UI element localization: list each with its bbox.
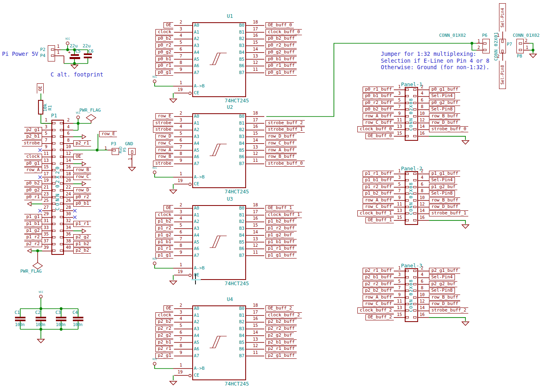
net-label[interactable]: p0_g1	[24, 161, 42, 167]
gnd-symbol[interactable]	[128, 167, 136, 172]
net-label[interactable]: p0_r2_buff	[363, 100, 394, 106]
net-label[interactable]: OE_buff_0	[266, 22, 294, 28]
net-label[interactable]: p2_g2_buf	[266, 333, 294, 339]
gnd-symbol[interactable]	[169, 381, 177, 386]
cap-plate[interactable]	[56, 320, 66, 321]
net-label[interactable]: strobe_buff_2	[266, 120, 305, 126]
vcc-symbol[interactable]	[76, 115, 80, 119]
gnd-symbol[interactable]	[70, 64, 79, 69]
net-label[interactable]: p2_g2_buf	[429, 281, 457, 287]
net-label[interactable]: strobe_buff_1	[266, 127, 305, 133]
gnd-symbol[interactable]	[461, 224, 469, 229]
net-label[interactable]: clock_buff_0	[266, 29, 302, 35]
connector-p8[interactable]	[516, 39, 524, 53]
net-label[interactable]: strobe_buff_0	[266, 161, 305, 167]
net-label[interactable]: p2_b2_buff	[266, 319, 297, 325]
vcc-symbol[interactable]	[66, 41, 70, 45]
net-label[interactable]: p0_b1	[73, 201, 91, 207]
net-label[interactable]: p0_b1_buff	[363, 93, 394, 99]
net-label[interactable]: p2_g2	[73, 234, 91, 240]
net-label[interactable]: clock_buff_1	[357, 210, 394, 216]
net-label[interactable]: row_B	[73, 167, 91, 173]
gnd-arrow-left[interactable]	[27, 201, 32, 206]
net-label[interactable]: row_E	[155, 113, 173, 119]
cap-plate[interactable]	[73, 317, 83, 318]
gnd-symbol[interactable]	[461, 140, 469, 145]
gnd-symbol[interactable]	[529, 53, 537, 58]
gnd-arrow-left[interactable]	[27, 248, 32, 253]
net-label[interactable]: row_C_buff	[363, 120, 394, 126]
net-label[interactable]: p1_b2	[73, 241, 91, 247]
net-label[interactable]: Sel-Pin8	[429, 288, 455, 294]
net-label[interactable]: row_B_buff	[266, 154, 297, 160]
net-label[interactable]: row_A_buff	[363, 197, 394, 203]
gnd-arrow-right[interactable]	[82, 181, 86, 186]
net-label[interactable]: p1_b1	[24, 221, 42, 227]
net-label[interactable]: Sel-Pin4	[429, 177, 455, 183]
net-label[interactable]: row_D_buff	[266, 133, 297, 140]
net-label[interactable]: row_D	[155, 133, 173, 140]
net-label[interactable]: Sel-Pin4	[429, 274, 455, 280]
cap-plate[interactable]	[15, 317, 25, 318]
net-label[interactable]: row_D_buff	[429, 120, 460, 126]
net-label[interactable]: p0_r1_buff	[266, 63, 297, 69]
connector-p2p4[interactable]	[48, 45, 55, 61]
net-label[interactable]: Sel-Pin4	[429, 93, 455, 99]
net-label[interactable]: p2_r2	[24, 241, 42, 247]
net-label[interactable]: strobe_buff_1	[429, 210, 468, 216]
net-label[interactable]: strobe	[153, 127, 173, 133]
vcc-symbol[interactable]	[153, 362, 157, 366]
net-label[interactable]: OE	[164, 22, 173, 28]
net-label[interactable]: row_A_buff	[363, 113, 394, 119]
net-label[interactable]: row_A	[24, 167, 42, 173]
net-label[interactable]: p2_r1_buff	[266, 346, 297, 352]
net-label[interactable]: p2_b2	[73, 248, 91, 254]
net-label-selpin8[interactable]: Sel-Pin8	[499, 61, 506, 89]
net-label[interactable]: p1_b1_buff	[363, 177, 394, 183]
net-label[interactable]: p0_g1	[155, 70, 173, 76]
gnd-arrow-right[interactable]	[82, 229, 86, 233]
net-label[interactable]: strobe	[22, 140, 42, 146]
net-label[interactable]: p0_g2	[24, 187, 42, 193]
net-label[interactable]: p1_b1_buff	[266, 239, 297, 245]
net-label[interactable]: p0_r2	[155, 42, 173, 49]
cap-plate[interactable]	[15, 320, 25, 321]
pwr-flag-symbol[interactable]	[86, 114, 96, 121]
gnd-symbol[interactable]	[461, 321, 469, 326]
net-label[interactable]: p0_g2_buff	[429, 100, 460, 106]
net-label[interactable]: p2_r1	[73, 140, 91, 146]
gnd-symbol[interactable]	[37, 339, 45, 343]
vcc-symbol[interactable]	[153, 170, 157, 174]
net-label[interactable]: p1_g2_buf	[429, 184, 457, 190]
net-label[interactable]: row_E	[99, 131, 117, 137]
net-label[interactable]: clock_buff_1	[266, 212, 302, 218]
net-label[interactable]: strobe	[153, 161, 173, 167]
net-label[interactable]: row_C_buff	[266, 140, 297, 146]
net-label[interactable]: p2_g2	[155, 333, 173, 339]
net-label[interactable]: p1_b2_buff	[363, 191, 394, 197]
net-label[interactable]: p0_g2	[155, 49, 173, 55]
net-label[interactable]: row_A	[155, 147, 173, 153]
net-label[interactable]: p1_r1	[155, 246, 173, 252]
net-label[interactable]: p2_r2	[155, 326, 173, 332]
cap-plate[interactable]	[56, 317, 66, 318]
net-label[interactable]: p0_r1	[155, 63, 173, 69]
cap-plate[interactable]	[70, 57, 80, 59]
net-label[interactable]: clock	[155, 312, 173, 318]
vcc-symbol[interactable]	[39, 295, 43, 299]
net-label[interactable]: Sel-Pin8	[429, 106, 455, 112]
net-label[interactable]: row_A_buff	[266, 147, 297, 153]
gnd-symbol[interactable]	[169, 98, 177, 103]
net-label[interactable]: row_C	[73, 174, 91, 180]
net-label[interactable]: p0_b1_buff	[266, 56, 297, 62]
net-label[interactable]: clock	[155, 29, 173, 35]
net-label[interactable]: row_C_buff	[363, 301, 394, 307]
cap-plate[interactable]	[73, 320, 83, 321]
net-label[interactable]: Sel-Pin8	[429, 191, 455, 197]
net-label[interactable]: strobe	[153, 120, 173, 126]
net-label[interactable]: row_B	[155, 154, 173, 160]
net-label[interactable]: OE_buff_1	[365, 217, 394, 223]
net-label[interactable]: OE_buff_0	[365, 133, 394, 139]
net-label[interactable]: p2_r1	[155, 346, 173, 352]
net-label[interactable]: p1_g1_buff	[266, 252, 297, 259]
